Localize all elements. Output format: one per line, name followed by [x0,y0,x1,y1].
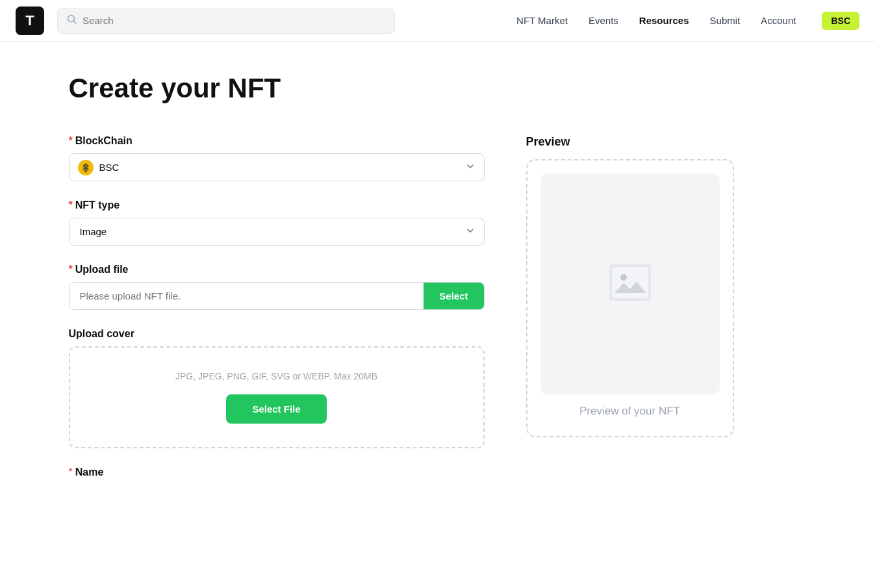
main-content: Create your NFT * BlockChain [48,42,828,530]
blockchain-select[interactable]: BSC [69,153,485,181]
preview-label: Preview [526,135,734,149]
upload-file-input[interactable] [70,283,424,309]
nav-submit[interactable]: Submit [710,15,741,26]
nav-resources[interactable]: Resources [639,15,689,26]
required-star-upload: * [69,264,73,275]
upload-cover-field: Upload cover JPG, JPEG, PNG, GIF, SVG or… [69,328,485,448]
required-star-blockchain: * [69,135,73,147]
preview-image-area [540,173,720,394]
required-star-name: * [69,467,73,478]
upload-cover-box[interactable]: JPG, JPEG, PNG, GIF, SVG or WEBP. Max 20… [69,346,485,448]
bsc-logo-icon [78,160,94,175]
bsc-badge[interactable]: BSC [822,12,859,30]
main-nav: NFT Market Events Resources Submit Accou… [516,12,859,30]
nav-account[interactable]: Account [761,15,796,26]
logo-letter: T [25,12,34,29]
nft-type-select[interactable]: Image [69,218,485,246]
nft-type-select-wrapper: Image [69,218,485,246]
logo-box: T [16,6,44,35]
svg-point-5 [620,274,627,281]
upload-cover-label: Upload cover [69,328,485,340]
form-layout: * BlockChain [69,135,807,478]
search-input[interactable] [82,15,385,26]
blockchain-field: * BlockChain [69,135,485,181]
nft-type-field: * NFT type Image [69,199,485,246]
svg-line-1 [74,21,77,23]
blockchain-label: * BlockChain [69,135,485,147]
header: T NFT Market Events Resources Submit Acc… [0,0,875,42]
svg-rect-4 [612,267,648,298]
blockchain-select-wrapper: BSC [69,153,485,181]
nft-type-label: * NFT type [69,199,485,211]
required-star-nft-type: * [69,199,73,211]
nav-nft-market[interactable]: NFT Market [516,15,568,26]
form-left: * BlockChain [69,135,485,478]
select-file-cover-button[interactable]: Select File [226,394,326,424]
upload-file-field: * Upload file Select [69,264,485,310]
image-placeholder-icon [609,264,651,303]
upload-file-label: * Upload file [69,264,485,275]
name-field-label: * Name [69,467,485,478]
nav-events[interactable]: Events [589,15,618,26]
upload-file-row: Select [69,282,485,310]
preview-caption: Preview of your NFT [579,405,680,423]
preview-panel: Preview Preview of your NFT [526,135,734,437]
search-icon [67,14,77,27]
logo[interactable]: T [16,6,44,35]
upload-cover-hint: JPG, JPEG, PNG, GIF, SVG or WEBP. Max 20… [86,371,468,381]
page-title: Create your NFT [69,73,807,104]
search-bar[interactable] [57,8,395,34]
preview-card: Preview of your NFT [526,159,734,437]
select-file-button[interactable]: Select [424,283,483,309]
